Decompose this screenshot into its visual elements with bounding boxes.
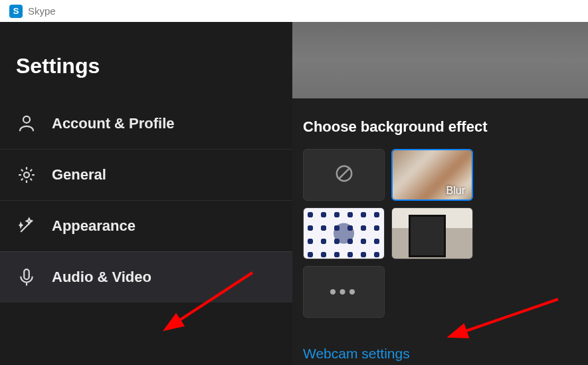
effect-none[interactable] <box>303 149 385 201</box>
effect-label: Blur <box>446 185 465 197</box>
sidebar-item-label: Account & Profile <box>52 115 175 132</box>
settings-content: Choose background effect Blur ••• Webcam… <box>292 22 588 365</box>
settings-sidebar: Settings Account & Profile General Appea… <box>0 22 292 365</box>
sidebar-item-appearance[interactable]: Appearance <box>0 200 292 251</box>
effect-preset-2[interactable] <box>391 207 473 259</box>
sidebar-item-account-profile[interactable]: Account & Profile <box>0 98 292 149</box>
none-icon <box>334 164 354 186</box>
sidebar-item-audio-video[interactable]: Audio & Video <box>0 251 292 303</box>
gear-icon <box>16 164 37 185</box>
microphone-icon <box>16 267 37 288</box>
webcam-settings-link[interactable]: Webcam settings <box>292 318 588 362</box>
sidebar-item-general[interactable]: General <box>0 149 292 200</box>
svg-point-0 <box>23 116 30 123</box>
logo-letter: S <box>13 6 19 16</box>
effect-more[interactable]: ••• <box>303 266 385 318</box>
sidebar-item-label: General <box>52 166 106 183</box>
sidebar-item-label: Audio & Video <box>52 269 151 286</box>
effect-blur[interactable]: Blur <box>391 149 473 201</box>
svg-rect-2 <box>24 269 29 279</box>
window-titlebar: S Skype <box>0 0 588 22</box>
wand-icon <box>16 215 37 237</box>
background-effect-heading: Choose background effect <box>292 98 588 149</box>
svg-point-1 <box>24 172 29 178</box>
app-title: Skype <box>28 5 56 17</box>
sidebar-item-label: Appearance <box>52 217 136 235</box>
video-preview <box>292 22 588 98</box>
room-thumbnail <box>392 208 472 259</box>
settings-heading: Settings <box>0 22 292 98</box>
skype-logo-icon: S <box>9 5 23 18</box>
pattern-thumbnail <box>304 208 384 259</box>
background-effects-grid: Blur ••• <box>292 149 571 318</box>
effect-preset-1[interactable] <box>303 207 385 259</box>
account-icon <box>16 113 37 134</box>
